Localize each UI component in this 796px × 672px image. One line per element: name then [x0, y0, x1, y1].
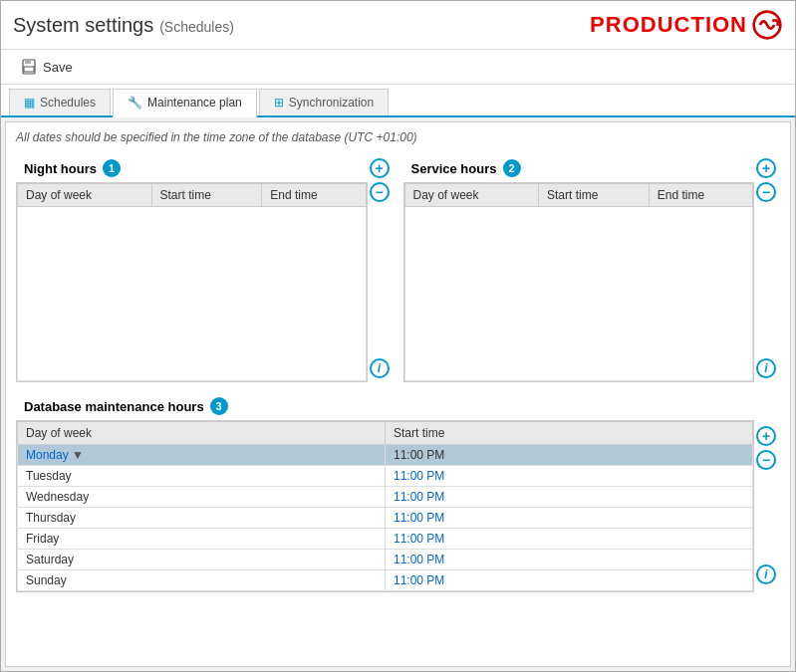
night-hours-section: Night hours 1 Day of week Start time End… [16, 154, 394, 382]
service-col-day: Day of week [404, 184, 539, 207]
night-hours-header: Night hours 1 [16, 154, 368, 182]
svg-rect-5 [24, 67, 34, 72]
page-subtitle: (Schedules) [159, 19, 234, 35]
day-cell: Monday ▼ [18, 445, 386, 466]
db-maintenance-title: Database maintenance hours [24, 399, 204, 414]
service-col-start: Start time [539, 184, 650, 207]
sections-row: Night hours 1 Day of week Start time End… [16, 154, 780, 382]
db-maintenance-table: Day of week Start time Monday ▼11:00 PMT… [17, 421, 753, 591]
table-row[interactable]: Wednesday11:00 PM [18, 487, 753, 508]
maintenance-icon: 🔧 [128, 96, 142, 110]
night-col-day: Day of week [18, 184, 152, 207]
db-col-start: Start time [386, 422, 753, 445]
toolbar: Save [1, 50, 795, 85]
night-col-end: End time [262, 184, 366, 207]
day-cell: Thursday [18, 508, 386, 529]
save-icon [21, 59, 37, 75]
table-row[interactable]: Thursday11:00 PM [18, 508, 753, 529]
night-hours-badge: 1 [103, 159, 121, 177]
night-col-start: Start time [151, 184, 262, 207]
service-hours-section: Service hours 2 Day of week Start time E… [403, 154, 781, 382]
day-cell: Wednesday [18, 487, 386, 508]
service-col-end: End time [649, 184, 752, 207]
table-row[interactable]: Saturday11:00 PM [18, 550, 753, 570]
service-hours-table-container: Day of week Start time End time [403, 182, 755, 382]
night-hours-title: Night hours [24, 161, 97, 176]
service-hours-table: Day of week Start time End time [404, 183, 754, 381]
title-area: System settings (Schedules) [13, 14, 234, 37]
tab-maintenance-label: Maintenance plan [147, 96, 242, 110]
db-info-button[interactable]: i [756, 564, 776, 584]
table-row[interactable]: Tuesday11:00 PM [18, 466, 753, 487]
night-add-button[interactable]: + [370, 158, 390, 178]
db-remove-button[interactable]: − [756, 450, 776, 470]
night-hours-table-container: Day of week Start time End time [16, 182, 368, 382]
save-button[interactable]: Save [13, 56, 81, 78]
db-maintenance-table-container: Day of week Start time Monday ▼11:00 PMT… [16, 420, 754, 592]
db-maintenance-header: Database maintenance hours 3 [16, 392, 754, 420]
content-area: All dates should be specified in the tim… [5, 121, 791, 667]
timezone-note: All dates should be specified in the tim… [16, 130, 780, 144]
service-remove-button[interactable]: − [756, 182, 776, 202]
time-cell: 11:00 PM [386, 550, 753, 570]
title-bar: System settings (Schedules) PRODUCTION [1, 1, 795, 50]
tabs-bar: ▦ Schedules 🔧 Maintenance plan ⊞ Synchro… [1, 85, 795, 117]
table-row[interactable]: Friday11:00 PM [18, 529, 753, 550]
svg-rect-4 [25, 60, 31, 64]
day-cell: Friday [18, 529, 386, 550]
day-cell: Tuesday [18, 466, 386, 487]
main-window: System settings (Schedules) PRODUCTION S… [0, 0, 796, 672]
service-add-button[interactable]: + [756, 158, 776, 178]
day-cell: Saturday [18, 550, 386, 570]
db-col-day: Day of week [18, 422, 386, 445]
table-row[interactable]: Monday ▼11:00 PM [18, 445, 753, 466]
time-cell: 11:00 PM [386, 508, 753, 529]
night-remove-button[interactable]: − [370, 182, 390, 202]
logo-text: PRODUCTION [590, 12, 747, 38]
sync-icon: ⊞ [274, 96, 284, 110]
save-label: Save [43, 60, 73, 75]
tab-schedules-label: Schedules [40, 96, 96, 110]
tab-maintenance[interactable]: 🔧 Maintenance plan [113, 89, 257, 117]
tab-sync-label: Synchronization [289, 96, 374, 110]
service-hours-title: Service hours [411, 161, 497, 176]
table-row[interactable]: Sunday11:00 PM [18, 570, 753, 591]
service-hours-header: Service hours 2 [403, 154, 755, 182]
service-info-button[interactable]: i [756, 358, 776, 378]
schedules-icon: ▦ [24, 96, 35, 110]
db-maintenance-badge: 3 [210, 397, 228, 415]
tab-synchronization[interactable]: ⊞ Synchronization [259, 89, 389, 115]
logo-icon [751, 9, 783, 41]
time-cell: 11:00 PM [386, 466, 753, 487]
logo: PRODUCTION [590, 9, 783, 41]
db-add-button[interactable]: + [756, 426, 776, 446]
night-info-button[interactable]: i [370, 358, 390, 378]
time-cell: 11:00 PM [386, 445, 753, 466]
day-cell: Sunday [18, 570, 386, 591]
time-cell: 11:00 PM [386, 529, 753, 550]
night-hours-table: Day of week Start time End time [17, 183, 367, 381]
time-cell: 11:00 PM [386, 487, 753, 508]
service-hours-badge: 2 [503, 159, 521, 177]
time-cell: 11:00 PM [386, 570, 753, 591]
tab-schedules[interactable]: ▦ Schedules [9, 89, 111, 115]
db-maintenance-section: Database maintenance hours 3 Day of week… [16, 392, 780, 592]
page-title: System settings [13, 14, 153, 37]
